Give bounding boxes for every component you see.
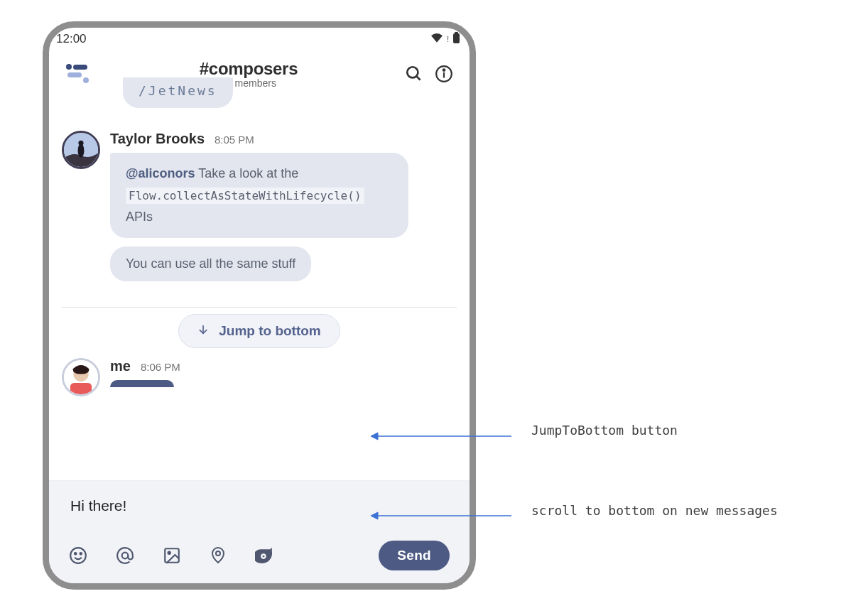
jump-label: Jump to bottom [219,323,321,339]
message-text: You can use all the same stuff [126,256,295,271]
battery-icon [453,32,460,47]
alert-icon: ! [447,36,449,43]
svg-point-6 [407,67,418,77]
arrow-down-icon [197,323,209,339]
jump-to-bottom-button[interactable]: Jump to bottom [178,314,340,348]
avatar-taylor[interactable] [62,131,100,169]
video-icon[interactable] [255,546,273,565]
message-bubble-partial[interactable]: /JetNews [123,77,233,108]
message-author: me [110,358,131,374]
message-author: Taylor Brooks [110,131,205,147]
svg-point-18 [70,548,86,563]
messages-list[interactable]: /JetNews Taylor Brooks 8:05 PM @alico [49,99,470,396]
svg-point-2 [66,64,72,70]
message-bubble[interactable]: You can use all the same stuff [110,247,311,281]
message-text: /JetNews [139,77,217,98]
svg-point-23 [168,552,170,554]
app-logo[interactable] [65,62,93,86]
channel-title: #composers [103,59,394,79]
app-header: #composers 42 members [49,48,470,99]
inline-code: Flow.collectAsStateWithLifecycle() [126,188,364,204]
mention-icon[interactable] [116,546,134,565]
message-bubble[interactable]: @aliconors Take a look at the Flow.colle… [110,153,408,238]
svg-point-12 [78,144,85,158]
mention[interactable]: @aliconors [126,166,195,180]
svg-marker-28 [371,433,378,440]
status-bar: 12:00 ! [49,28,470,48]
message-bubble-peek[interactable] [110,380,174,387]
svg-point-24 [216,551,220,556]
svg-point-5 [83,77,89,83]
svg-point-20 [80,553,82,555]
svg-rect-1 [455,32,458,34]
annotation-jump: JumpToBottom button [531,423,678,438]
location-icon[interactable] [210,546,227,565]
svg-point-10 [443,69,445,71]
info-icon[interactable] [434,64,454,84]
svg-point-13 [78,141,83,146]
svg-rect-3 [73,65,87,70]
svg-line-7 [416,76,420,80]
svg-point-21 [122,553,129,559]
device-frame: 12:00 ! #composers 42 members [43,21,476,590]
image-icon[interactable] [163,546,181,565]
svg-rect-0 [453,33,460,43]
svg-rect-4 [67,72,82,77]
status-time: 12:00 [56,32,87,46]
svg-marker-30 [371,512,378,519]
search-icon[interactable] [404,64,424,84]
annotation-scroll: scroll to bottom on new messages [531,503,778,518]
message-group-me: me 8:06 PM [62,358,457,396]
message-text: Take a look at the [195,166,299,180]
message-group-taylor: Taylor Brooks 8:05 PM @aliconors Take a … [62,131,457,288]
message-text: APIs [126,210,153,224]
composer: Send [49,480,470,583]
avatar-me[interactable] [62,358,100,396]
wifi-icon [431,32,443,46]
svg-rect-17 [70,383,92,394]
emoji-icon[interactable] [69,546,87,565]
send-button[interactable]: Send [379,541,450,570]
message-time: 8:05 PM [215,134,254,146]
message-time: 8:06 PM [141,361,180,373]
svg-point-19 [75,553,77,555]
